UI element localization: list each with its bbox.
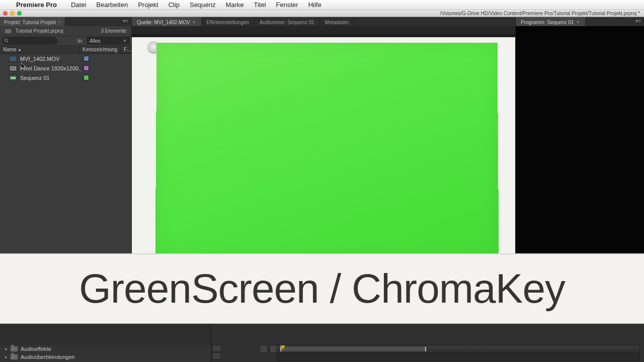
source-tab-label: Quelle: MVI_1402.MOV — [137, 20, 190, 25]
effects-folder-label: Audioüberblendungen — [21, 354, 75, 360]
mac-menubar: Premiere Pro Datei Bearbeiten Projekt Cl… — [0, 0, 644, 10]
snap-toggle[interactable] — [260, 345, 268, 353]
menu-fenster[interactable]: Fenster — [271, 1, 303, 9]
time-ruler[interactable] — [277, 345, 640, 353]
filter-in-select[interactable]: Alles ▼ — [87, 37, 129, 44]
monitor-area: Quelle: MVI_1402.MOV ▼ Effekteinstellung… — [132, 17, 644, 253]
footage-frame — [132, 34, 515, 253]
project-column-headers: Name ▴ Kennzeichnung F… — [0, 46, 131, 54]
audio-mixer-tab[interactable]: Audiomixer: Sequenz 01 — [255, 17, 320, 26]
disclosure-triangle-icon[interactable]: ▸ — [5, 354, 8, 359]
project-search-input[interactable] — [2, 37, 57, 44]
zoom-window-button[interactable] — [17, 11, 22, 16]
menu-titel[interactable]: Titel — [249, 1, 271, 9]
menu-datei[interactable]: Datei — [66, 1, 91, 9]
image-icon — [9, 65, 17, 71]
track-target-buttons[interactable] — [212, 345, 221, 359]
tutorial-title-overlay: GreenScreen / ChromaKey — [0, 253, 644, 324]
chevron-down-icon: ▼ — [123, 39, 127, 43]
source-tab[interactable]: Quelle: MVI_1402.MOV ▼ — [132, 17, 202, 26]
close-window-button[interactable] — [3, 11, 8, 16]
window-titlebar: /Volumes/G-Drive HD/Video Content/Premie… — [0, 10, 644, 17]
menu-bearbeiten[interactable]: Bearbeiten — [91, 1, 133, 9]
sort-asc-icon: ▴ — [19, 47, 21, 52]
folder-icon — [11, 346, 18, 351]
disclosure-triangle-icon[interactable]: ▸ — [5, 346, 8, 351]
close-tab-icon[interactable]: × — [58, 20, 60, 25]
in-out-range[interactable] — [280, 347, 426, 351]
project-item-name: Pixel Dance 1920x1200.jpg — [20, 65, 80, 71]
project-filename: Tutorial Projekt.prproj — [16, 28, 63, 34]
project-item[interactable]: Pixel Dance 1920x1200.jpg — [0, 63, 131, 73]
project-panel: Projekt: Tutorial Projekt × ▾≡ Tutorial … — [0, 17, 132, 253]
program-monitor-panel: Programm: Sequenz 01 ▼ ▾≡ — [516, 17, 644, 253]
video-clip-icon — [9, 56, 17, 62]
project-item-name: MVI_1402.MOV — [20, 56, 80, 62]
greenscreen-backdrop — [155, 43, 499, 253]
lower-panels: ▸ Audioeffekte ▸ Audioüberblendungen — [0, 324, 644, 362]
effect-controls-tab[interactable]: Effekteinstellungen — [202, 17, 255, 26]
effects-folder-label: Audioeffekte — [21, 346, 51, 352]
effects-panel: ▸ Audioeffekte ▸ Audioüberblendungen — [0, 324, 211, 362]
source-monitor-panel: Quelle: MVI_1402.MOV ▼ Effekteinstellung… — [132, 17, 516, 253]
traffic-lights — [3, 11, 22, 16]
search-icon — [4, 38, 9, 43]
metadata-tab[interactable]: Metadaten — [320, 17, 354, 26]
panel-menu-icon[interactable]: ▾≡ — [632, 17, 644, 26]
svg-point-0 — [5, 39, 8, 42]
menu-projekt[interactable]: Projekt — [133, 1, 163, 9]
project-panel-tab[interactable]: Projekt: Tutorial Projekt × — [0, 17, 65, 26]
folder-icon — [11, 354, 18, 359]
menu-sequenz[interactable]: Sequenz — [185, 1, 220, 9]
project-item-name: Sequenz 01 — [20, 75, 80, 81]
project-panel-tab-label: Projekt: Tutorial Projekt — [4, 20, 56, 25]
minimize-window-button[interactable] — [10, 11, 15, 16]
video-track[interactable] — [277, 354, 640, 361]
label-swatch[interactable] — [84, 75, 89, 80]
program-tab[interactable]: Programm: Sequenz 01 ▼ — [516, 17, 586, 26]
dropdown-icon[interactable]: ▼ — [192, 20, 196, 25]
svg-line-1 — [7, 41, 9, 43]
sequence-icon — [9, 75, 17, 81]
menu-hilfe[interactable]: Hilfe — [303, 1, 327, 9]
menu-marke[interactable]: Marke — [220, 1, 249, 9]
document-path: /Volumes/G-Drive HD/Video Content/Premie… — [440, 11, 640, 16]
project-item-list: MVI_1402.MOV Pixel Dance 1920x1200.jpg S… — [0, 54, 131, 253]
source-viewport[interactable] — [132, 26, 515, 253]
column-label-header[interactable]: Kennzeichnung — [79, 46, 121, 53]
effects-folder[interactable]: ▸ Audioeffekte — [0, 345, 211, 353]
panel-menu-icon[interactable]: ▾≡ — [120, 17, 131, 26]
app-menu[interactable]: Premiere Pro — [11, 1, 62, 9]
bin-icon — [5, 29, 11, 33]
label-swatch[interactable] — [84, 56, 89, 61]
filter-in-value: Alles — [90, 38, 101, 44]
filter-in-label: In: — [77, 38, 83, 44]
timeline-panel[interactable] — [211, 324, 644, 362]
label-swatch[interactable] — [84, 65, 89, 71]
column-name-header[interactable]: Name ▴ — [0, 46, 79, 53]
effects-folder[interactable]: ▸ Audioüberblendungen — [0, 353, 211, 361]
dropdown-icon[interactable]: ▼ — [576, 20, 580, 25]
project-item-count: 3 Elemente — [101, 28, 126, 34]
project-item[interactable]: Sequenz 01 — [0, 73, 131, 82]
project-item[interactable]: MVI_1402.MOV — [0, 54, 131, 63]
menu-clip[interactable]: Clip — [164, 1, 185, 9]
program-tab-label: Programm: Sequenz 01 — [521, 20, 574, 25]
tutorial-title-text: GreenScreen / ChromaKey — [79, 265, 565, 312]
program-viewport[interactable] — [516, 26, 644, 253]
playhead-icon[interactable] — [280, 345, 285, 350]
